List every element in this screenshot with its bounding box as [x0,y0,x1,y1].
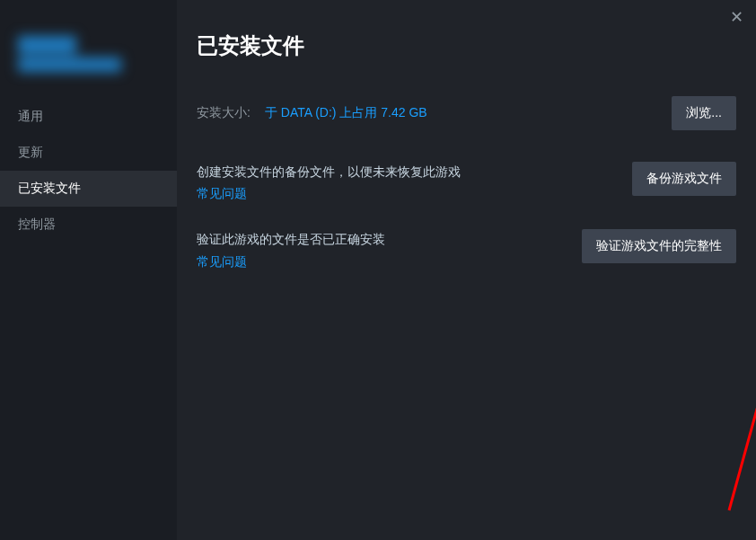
close-icon[interactable]: ✕ [730,7,743,27]
sidebar-item-updates[interactable]: 更新 [0,135,177,171]
sidebar-item-general[interactable]: 通用 [0,99,177,135]
install-size-label: 安装大小: [197,105,251,121]
backup-faq-link[interactable]: 常见问题 [197,186,247,200]
svg-line-1 [729,230,756,510]
backup-section: 创建安装文件的备份文件，以便未来恢复此游戏 常见问题 备份游戏文件 [197,162,736,202]
main-panel: 已安装文件 安装大小: 于 DATA (D:) 上占用 7.42 GB 浏览..… [177,0,756,540]
sidebar-item-installed-files[interactable]: 已安装文件 [0,171,177,207]
sidebar: 通用 更新 已安装文件 控制器 [0,0,177,540]
verify-desc: 验证此游戏的文件是否已正确安装 [197,229,582,249]
backup-desc: 创建安装文件的备份文件，以便未来恢复此游戏 [197,162,632,181]
page-title: 已安装文件 [197,31,736,60]
sidebar-item-label: 控制器 [18,217,56,231]
sidebar-item-label: 更新 [18,145,43,159]
sidebar-header [0,27,177,99]
sidebar-item-controller[interactable]: 控制器 [0,207,177,243]
browse-button[interactable]: 浏览... [672,96,736,130]
install-size-value[interactable]: 于 DATA (D:) 上占用 7.42 GB [265,105,427,121]
install-size-row: 安装大小: 于 DATA (D:) 上占用 7.42 GB 浏览... [197,96,736,130]
verify-section: 验证此游戏的文件是否已正确安装 常见问题 验证游戏文件的完整性 [197,229,736,270]
backup-button[interactable]: 备份游戏文件 [632,162,736,196]
sidebar-item-label: 已安装文件 [18,181,81,195]
sidebar-item-label: 通用 [18,109,43,123]
verify-faq-link[interactable]: 常见问题 [197,254,247,269]
verify-button[interactable]: 验证游戏文件的完整性 [582,229,736,263]
